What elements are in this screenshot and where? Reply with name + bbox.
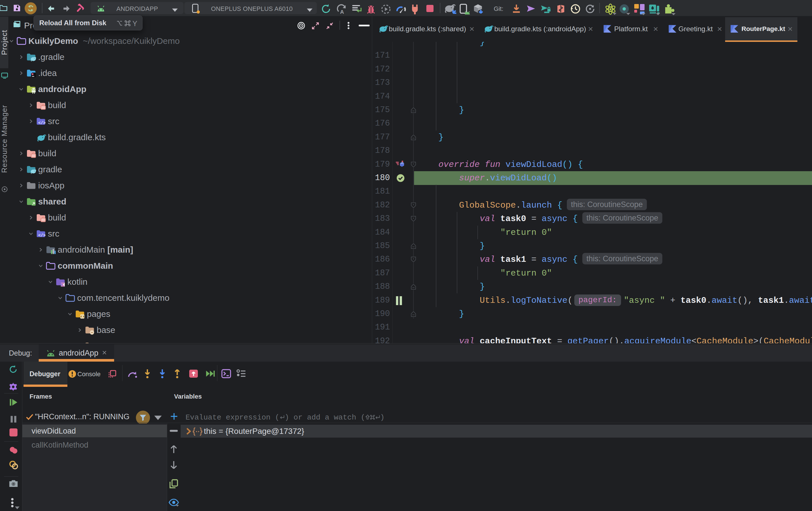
svg-text:</>: </> <box>38 233 46 238</box>
svg-text:</>: </> <box>38 121 46 125</box>
svg-text:A: A <box>340 9 344 15</box>
